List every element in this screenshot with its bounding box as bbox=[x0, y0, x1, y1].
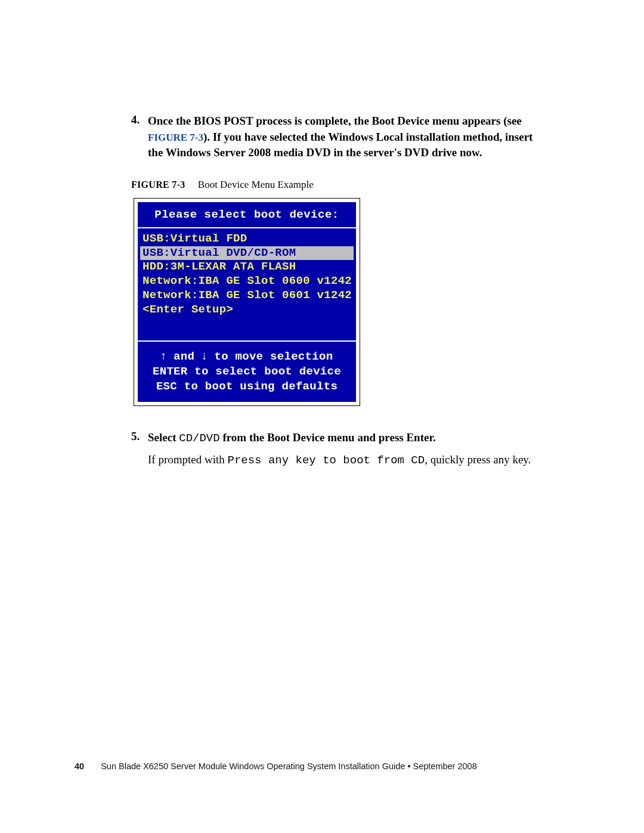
bios-item-usb-dvd[interactable]: USB:Virtual DVD/CD-ROM bbox=[140, 246, 354, 261]
step5-code: CD/DVD bbox=[179, 432, 219, 445]
bios-device-list[interactable]: USB:Virtual FDD USB:Virtual DVD/CD-ROM H… bbox=[138, 228, 356, 342]
bios-hint-esc: ESC to boot using defaults bbox=[141, 379, 352, 394]
step4-text1: Once the BIOS POST process is complete, … bbox=[148, 114, 522, 127]
step-number: 4. bbox=[131, 113, 148, 161]
bios-figure: Please select boot device: USB:Virtual F… bbox=[134, 198, 360, 407]
figure-caption: FIGURE 7-3 Boot Device Menu Example bbox=[131, 179, 549, 191]
bios-item-usb-fdd[interactable]: USB:Virtual FDD bbox=[139, 232, 355, 246]
figure-reference-link[interactable]: FIGURE 7-3 bbox=[148, 132, 203, 143]
bios-item-enter-setup[interactable]: <Enter Setup> bbox=[139, 303, 355, 317]
bios-outer-frame: Please select boot device: USB:Virtual F… bbox=[134, 198, 360, 407]
bios-item-hdd[interactable]: HDD:3M-LEXAR ATA FLASH bbox=[139, 260, 355, 274]
followup-code: Press any key to boot from CD bbox=[228, 454, 425, 467]
step-number: 5. bbox=[131, 430, 148, 447]
step-body: Select CD/DVD from the Boot Device menu … bbox=[148, 430, 549, 447]
step5-followup: If prompted with Press any key to boot f… bbox=[148, 451, 549, 469]
bios-hint-enter: ENTER to select boot device bbox=[141, 364, 352, 379]
page-number: 40 bbox=[75, 761, 84, 771]
followup-post: , quickly press any key. bbox=[425, 453, 531, 466]
down-arrow-icon: ↓ bbox=[202, 349, 208, 362]
step-body: Once the BIOS POST process is complete, … bbox=[148, 113, 549, 161]
followup-pre: If prompted with bbox=[148, 453, 228, 466]
bios-item-net-0600[interactable]: Network:IBA GE Slot 0600 v1242 bbox=[139, 274, 355, 289]
page-content: 4. Once the BIOS POST process is complet… bbox=[131, 113, 549, 469]
step4-text2: ). If you have selected the Windows Loca… bbox=[148, 131, 532, 159]
figure-label: FIGURE 7-3 bbox=[131, 179, 185, 190]
up-arrow-icon: ↑ bbox=[161, 349, 167, 362]
step5-text2: from the Boot Device menu and press Ente… bbox=[220, 431, 436, 444]
bios-hints: ↑ and ↓ to move selection ENTER to selec… bbox=[138, 342, 356, 402]
page-footer: 40 Sun Blade X6250 Server Module Windows… bbox=[75, 761, 477, 771]
bios-title: Please select boot device: bbox=[138, 202, 356, 228]
step-5: 5. Select CD/DVD from the Boot Device me… bbox=[131, 430, 549, 447]
bios-item-net-0601[interactable]: Network:IBA GE Slot 0601 v1242 bbox=[139, 289, 355, 303]
step5-text1: Select bbox=[148, 431, 179, 444]
step-4: 4. Once the BIOS POST process is complet… bbox=[131, 113, 549, 161]
figure-title: Boot Device Menu Example bbox=[198, 179, 314, 190]
footer-text: Sun Blade X6250 Server Module Windows Op… bbox=[101, 761, 477, 771]
bios-hint-move: ↑ and ↓ to move selection bbox=[141, 349, 352, 364]
bios-inner-frame: Please select boot device: USB:Virtual F… bbox=[137, 201, 357, 404]
